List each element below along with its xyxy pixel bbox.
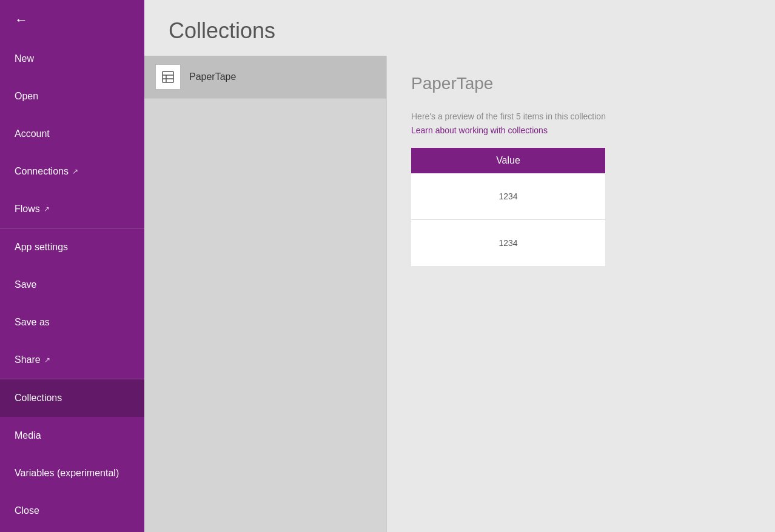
sidebar-item-app-settings[interactable]: App settings (0, 228, 144, 266)
sidebar-item-new[interactable]: New (0, 40, 144, 78)
external-link-icon: ↗ (44, 205, 50, 213)
sidebar-item-account[interactable]: Account (0, 115, 144, 153)
sidebar-item-label: Save (15, 279, 36, 290)
sidebar-item-save[interactable]: Save (0, 266, 144, 304)
back-button[interactable]: ← (0, 0, 144, 40)
page-title: Collections (169, 18, 751, 44)
collections-list: PaperTape (144, 56, 387, 532)
sidebar-item-label: Media (15, 430, 41, 441)
sidebar-item-share[interactable]: Share↗ (0, 341, 144, 379)
sidebar-item-open[interactable]: Open (0, 78, 144, 115)
collection-detail: PaperTape Here's a preview of the first … (387, 56, 775, 532)
sidebar-item-collections[interactable]: Collections (0, 379, 144, 417)
sidebar-item-label: Open (15, 91, 38, 102)
table-cell-value: 1234 (411, 220, 605, 267)
sidebar-item-label: App settings (15, 242, 68, 253)
learn-link[interactable]: Learn about working with collections (411, 125, 548, 135)
collection-item-name: PaperTape (189, 71, 236, 82)
preview-table-body: 12341234 (411, 173, 605, 266)
sidebar-nav: NewOpenAccountConnections↗Flows↗App sett… (0, 40, 144, 530)
sidebar-item-label: Variables (experimental) (15, 468, 119, 479)
sidebar-item-label: Share (15, 354, 41, 365)
sidebar-item-label: Connections (15, 166, 69, 177)
sidebar-item-close[interactable]: Close (0, 492, 144, 530)
sidebar-item-media[interactable]: Media (0, 417, 144, 454)
svg-rect-0 (163, 71, 173, 82)
sidebar-item-label: Account (15, 128, 50, 139)
sidebar-item-label: New (15, 53, 34, 64)
preview-description: Here's a preview of the first 5 items in… (411, 111, 751, 121)
external-link-icon: ↗ (44, 356, 50, 364)
sidebar-item-label: Collections (15, 393, 62, 404)
main-header: Collections (144, 0, 775, 56)
sidebar-item-label: Close (15, 505, 39, 516)
table-cell-value: 1234 (411, 173, 605, 220)
preview-table: Value 12341234 (411, 148, 605, 266)
table-row: 1234 (411, 173, 605, 220)
collection-detail-title: PaperTape (411, 74, 751, 93)
sidebar-item-flows[interactable]: Flows↗ (0, 190, 144, 228)
sidebar-item-label: Flows (15, 204, 40, 214)
sidebar: ← NewOpenAccountConnections↗Flows↗App se… (0, 0, 144, 532)
collection-list-item[interactable]: PaperTape (144, 56, 386, 99)
table-row: 1234 (411, 220, 605, 267)
sidebar-item-connections[interactable]: Connections↗ (0, 153, 144, 190)
main-content: Collections PaperTape PaperTape Here's a (144, 0, 775, 532)
back-arrow-icon: ← (15, 12, 28, 28)
table-header-value: Value (411, 148, 605, 173)
sidebar-item-label: Save as (15, 317, 50, 328)
collection-item-icon (155, 64, 181, 90)
external-link-icon: ↗ (72, 167, 78, 176)
collections-body: PaperTape PaperTape Here's a preview of … (144, 56, 775, 532)
sidebar-item-variables[interactable]: Variables (experimental) (0, 454, 144, 492)
sidebar-item-save-as[interactable]: Save as (0, 304, 144, 341)
